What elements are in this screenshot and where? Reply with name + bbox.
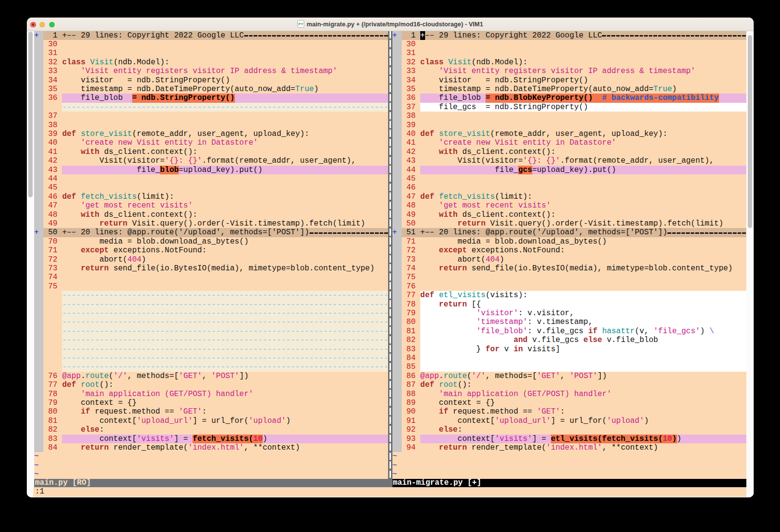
svg-text:PY: PY xyxy=(298,22,303,26)
